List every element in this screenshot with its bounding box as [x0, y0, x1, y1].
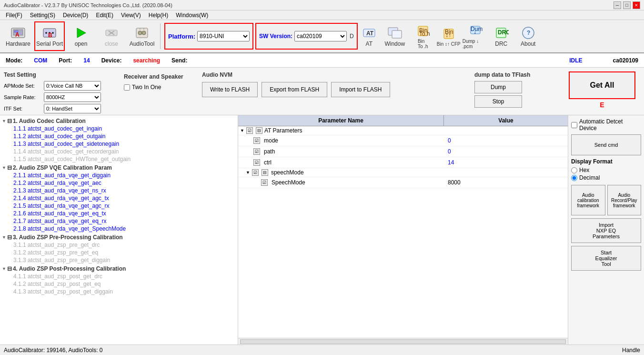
tree-group-1-children: 1.1.1 atctst_aud_codec_get_ingain 1.1.2 …	[2, 125, 236, 163]
ctrl-icon: ☑	[253, 159, 260, 166]
param-table-area: Parameter Name Value ▼ ☑ ⊟ AT Parameters	[238, 115, 568, 345]
send-cmd-button[interactable]: Send cmd	[571, 134, 641, 155]
window-controls[interactable]: ─ □ ✕	[614, 1, 640, 9]
bin-cfp-button[interactable]: Bin ↕↑ Bin ↕↑ CFP	[437, 22, 461, 50]
close-button[interactable]: ✕	[633, 1, 640, 9]
tree-item-2-1-5[interactable]: 2.1.5 atctst_aud_rda_vqe_get_agc_rx	[13, 202, 236, 210]
tree-group-3-children: 3.1.1 atctst_aud_zsp_pre_get_drc 3.1.2 a…	[2, 241, 236, 264]
start-eq-button[interactable]: Start Equalizer Tool	[571, 246, 641, 271]
at-params-checkbox-icon: ☑	[246, 127, 253, 134]
itf-select[interactable]: 0: HandSet 1: Speaker	[44, 104, 101, 113]
tree-item-2-1-3[interactable]: 2.1.3 atctst_aud_rda_vqe_get_ns_rx	[13, 187, 236, 194]
tree-item-2-1-1[interactable]: 2.1.1 atctst_aud_rda_vqe_get_diggain	[13, 172, 236, 179]
write-to-flash-button[interactable]: Write to FLASH	[202, 82, 258, 97]
param-row-at-params[interactable]: ▼ ☑ ⊟ AT Parameters	[238, 126, 568, 135]
tree-item-1-1-4[interactable]: 1.1.4 atctst_aud_codec_get_recordergain	[13, 148, 236, 155]
menu-file[interactable]: File(F)	[2, 11, 26, 20]
hardware-button[interactable]: A Hardware	[4, 22, 32, 50]
import-nxp-button[interactable]: Import NXP EQ Parameters	[571, 218, 641, 243]
close-label: close	[105, 41, 118, 47]
window-button[interactable]: Window	[381, 22, 409, 50]
bin-cfp-label: Bin ↕↑ CFP	[437, 41, 461, 47]
receiver-speaker-title: Receiver and Speaker	[124, 73, 183, 80]
main-content: Test Setting APMode Set: 0:Voice Call NB…	[0, 68, 644, 345]
drc-label: DRC	[495, 41, 507, 47]
tree-group-2-children: 2.1.1 atctst_aud_rda_vqe_get_diggain 2.1…	[2, 172, 236, 233]
audio-calibration-button[interactable]: Audio calibration framework	[571, 185, 605, 215]
get-all-button[interactable]: Get All	[569, 71, 635, 99]
swver-select[interactable]: ca020109	[294, 31, 347, 41]
apmode-select[interactable]: 0:Voice Call NB 1:Voice Call WB 2:Voice …	[44, 81, 101, 91]
two-in-one-checkbox[interactable]	[124, 84, 130, 91]
tree-group-1[interactable]: ▼ ⊟ 1. Audio Codec Calibration	[2, 117, 236, 125]
tree-item-1-1-3[interactable]: 1.1.3 atctst_aud_codec_get_sidetonegain	[13, 140, 236, 148]
tree-group-2-label: 2. Audio ZSP VQE Calibration Param	[13, 164, 112, 171]
param-row-mode[interactable]: ☑ mode 0	[238, 135, 568, 146]
tree-item-1-1-5[interactable]: 1.1.5 atctst_aud_codec_HWTone_get_outgai…	[13, 155, 236, 163]
hex-radio[interactable]	[571, 167, 577, 173]
tree-item-3-1-1[interactable]: 3.1.1 atctst_aud_zsp_pre_get_drc	[13, 241, 236, 249]
maximize-button[interactable]: □	[623, 1, 631, 9]
mode-param-label: mode	[264, 137, 278, 144]
expand-icon-2: ▼	[2, 165, 6, 170]
sample-rate-select[interactable]: 8000HZ 16000HZ	[44, 92, 101, 102]
param-row-path[interactable]: ☑ path 0	[238, 146, 568, 157]
open-button[interactable]: open	[67, 22, 95, 50]
param-table-header: Parameter Name Value	[238, 115, 568, 126]
tree-item-2-1-6[interactable]: 2.1.6 atctst_aud_rda_vqe_get_eq_tx	[13, 210, 236, 217]
platform-select[interactable]: 8910-UNI	[197, 31, 250, 41]
menu-device[interactable]: Device(D)	[59, 11, 92, 20]
svg-point-5	[45, 32, 47, 34]
dump-button[interactable]: Dump	[474, 81, 522, 93]
at-button[interactable]: AT AT	[360, 22, 379, 50]
menu-windows[interactable]: Windows(W)	[172, 11, 212, 20]
tree-item-3-1-2[interactable]: 3.1.2 atctst_aud_zsp_pre_get_eq	[13, 249, 236, 256]
toolbar: A Hardware B Serial Port	[0, 20, 644, 53]
about-button[interactable]: ? About	[514, 22, 543, 50]
bin-to-h-button[interactable]: Bin To.h BinTo .h	[411, 22, 435, 50]
tree-item-1-1-2[interactable]: 1.1.2 atctst_aud_codec_get_outgain	[13, 132, 236, 140]
tree-item-1-1-1[interactable]: 1.1.1 atctst_aud_codec_get_ingain	[13, 125, 236, 132]
horizontal-scrollbar[interactable]	[238, 338, 568, 345]
tree-group-2[interactable]: ▼ ⊟ 2. Audio ZSP VQE Calibration Param	[2, 164, 236, 172]
param-row-speechmode-val[interactable]: ☑ SpeechMode 8000	[238, 177, 568, 188]
left-tree: ▼ ⊟ 1. Audio Codec Calibration 1.1.1 atc…	[0, 115, 238, 345]
audio-record-play-button[interactable]: Audio Record/Play framework	[607, 185, 642, 215]
tree-group-3[interactable]: ▼ ⊟ 3. Audio ZSP Pre-Processing Calibrat…	[2, 233, 236, 241]
export-from-flash-button[interactable]: Export from FLASH	[262, 82, 327, 97]
param-row-speechmode-group[interactable]: ▼ ☑ ⊟ speechMode	[238, 168, 568, 177]
title-text: AudioCalibrator - V2.3.7 By UNISOC Techn…	[4, 2, 172, 8]
stop-button[interactable]: Stop	[474, 95, 522, 108]
param-row-ctrl[interactable]: ☑ ctrl 14	[238, 157, 568, 168]
tree-item-2-1-2[interactable]: 2.1.2 atctst_aud_rda_vqe_get_aec	[13, 179, 236, 187]
menu-setting[interactable]: Setting(S)	[26, 11, 59, 20]
right-panel: Automatic Detcet Device Send cmd Display…	[568, 115, 644, 345]
audiotool-button[interactable]: AudioTool	[128, 22, 156, 50]
svg-text:↓: ↓	[473, 29, 476, 35]
menu-view[interactable]: View(V)	[117, 11, 145, 20]
receiver-speaker-panel: Receiver and Speaker Two In One	[122, 71, 198, 92]
tree-item-4-1-3[interactable]: 4.1.3 atctst_aud_zsp_post_get_diggain	[13, 288, 236, 295]
svg-text:DRC: DRC	[498, 29, 509, 36]
menu-help[interactable]: Help(H)	[145, 11, 172, 20]
auto-detect-row: Automatic Detcet Device	[571, 118, 641, 132]
serial-port-button[interactable]: B Serial Port	[35, 22, 64, 50]
tree-group-4[interactable]: ▼ ⊟ 4. Audio ZSP Post-Processing Calibra…	[2, 265, 236, 273]
tree-item-4-1-2[interactable]: 4.1.2 atctst_aud_zsp_post_get_eq	[13, 280, 236, 288]
drc-button[interactable]: DRC DRC	[491, 22, 512, 50]
tree-item-2-1-4[interactable]: 2.1.4 atctst_aud_rda_vqe_get_agc_tx	[13, 194, 236, 202]
decimal-radio[interactable]	[571, 175, 577, 181]
auto-detect-checkbox[interactable]	[571, 122, 577, 128]
tree-item-4-1-1[interactable]: 4.1.1 atctst_aud_zsp_post_get_drc	[13, 273, 236, 280]
platform-group: Platform: 8910-UNI	[164, 23, 253, 50]
send-label: Send:	[171, 57, 187, 64]
close-button-toolbar[interactable]: close	[97, 22, 126, 50]
tree-item-2-1-8[interactable]: 2.1.8 atctst_aud_rda_vqe_get_SpeechMode	[13, 225, 236, 233]
tree-item-2-1-7[interactable]: 2.1.7 atctst_aud_rda_vqe_get_eq_rx	[13, 217, 236, 225]
menu-edit[interactable]: Edit(E)	[92, 11, 117, 20]
dump-pcm-button[interactable]: Dump ↓ Dump ↓ .pcm	[463, 22, 489, 50]
import-to-flash-button[interactable]: Import to FLASH	[331, 82, 390, 97]
minimize-button[interactable]: ─	[614, 1, 621, 9]
svg-text:A: A	[15, 31, 20, 38]
tree-item-3-1-3[interactable]: 3.1.3 atctst_aud_zsp_pre_get_diggain	[13, 256, 236, 264]
